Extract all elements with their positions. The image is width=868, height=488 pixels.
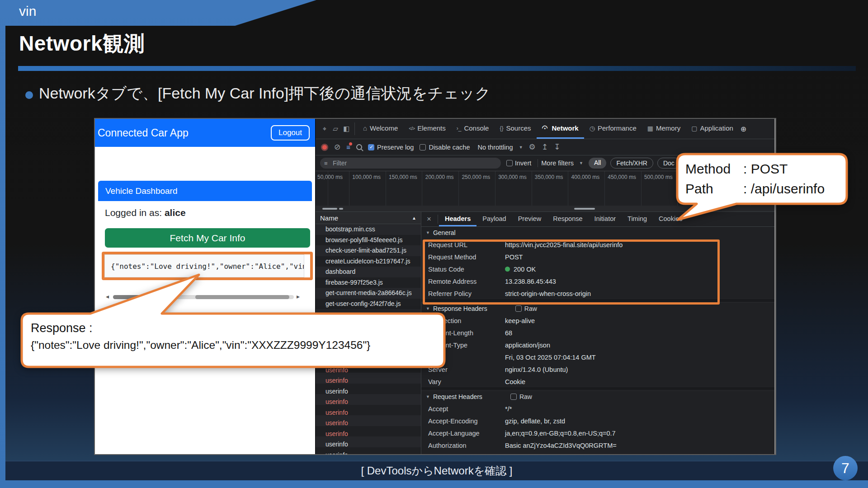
request-row[interactable]: bootstrap.min.css [316, 224, 421, 235]
devtools-tab[interactable]: Network [537, 119, 584, 139]
tab-label: Memory [656, 124, 680, 132]
tab-label: Sources [506, 124, 531, 132]
bullet-icon [25, 91, 33, 99]
request-details-panel: × HeadersPayloadPreviewResponseInitiator… [421, 212, 774, 454]
callout-key: Method [685, 159, 743, 179]
dock-side-icon[interactable]: ◧ [341, 125, 352, 133]
logged-in-user: alice [165, 207, 186, 218]
throttling-select[interactable]: No throttling [478, 144, 513, 151]
close-icon[interactable]: × [421, 215, 437, 224]
tab-icon [409, 125, 415, 131]
request-row[interactable]: userinfo [316, 397, 421, 408]
header-row: Connection keep-alive [421, 314, 774, 327]
tab-label: Performance [598, 124, 637, 132]
header-row: Content-Length 68 [421, 327, 774, 339]
devtools-tab[interactable]: Application [686, 119, 739, 139]
globe-icon[interactable]: ⊕ [741, 125, 746, 133]
filter-toggle-icon[interactable]: ≡ [346, 143, 350, 151]
request-row[interactable]: browser-polyfill-45feeee0.js [316, 235, 421, 246]
request-headers-section-header[interactable]: ▼ Request Headers Raw [421, 391, 774, 403]
header-row: Remote Address 13.238.86.45:443 [421, 275, 774, 287]
tab-icon [500, 125, 503, 131]
details-tab[interactable]: Preview [512, 212, 547, 226]
fetch-my-car-info-button[interactable]: Fetch My Car Info [105, 228, 310, 248]
clear-icon[interactable]: ⊘ [334, 142, 340, 152]
method-callout-text: Method : POST Path : /api/userinfo [685, 159, 825, 199]
header-row: Date Fri, 03 Oct 2025 07:04:14 GMT [421, 351, 774, 363]
divider [438, 215, 438, 224]
search-icon[interactable] [356, 144, 362, 150]
header-row: Request Method POST [421, 251, 774, 263]
request-row[interactable]: check-user-limit-abad7251.js [316, 245, 421, 256]
request-row[interactable]: userinfo [316, 386, 421, 397]
preserve-log-checkbox[interactable] [368, 144, 374, 150]
request-row[interactable]: userinfo [316, 429, 421, 440]
devtools-tab[interactable]: Sources [494, 119, 536, 139]
name-column-header[interactable]: Name ▲ [316, 212, 421, 224]
header-row: Status Code 200 OK [421, 263, 774, 275]
general-section-header[interactable]: ▼ General [421, 227, 774, 239]
header-value: keep-alive [505, 454, 535, 455]
request-row[interactable]: userinfo [316, 408, 421, 418]
inspect-element-icon[interactable]: ⌖ [319, 125, 330, 133]
import-har-icon[interactable]: ↥ [542, 142, 548, 152]
section-divider [421, 300, 774, 303]
request-row[interactable]: createLucideIcon-b2197647.js [316, 256, 421, 267]
header-row: Accept-Encoding gzip, deflate, br, zstd [421, 415, 774, 427]
general-rows: Request URL https://vin.jvcc2025-final.s… [421, 239, 774, 300]
title-accent-bar [18, 66, 856, 71]
request-type-chip[interactable]: All [589, 158, 607, 169]
tab-label: Elements [417, 124, 446, 132]
request-row[interactable]: userinfo [316, 375, 421, 386]
raw-checkbox[interactable] [510, 394, 517, 400]
network-conditions-icon[interactable]: ⚙ [529, 142, 536, 152]
app-navbar: Connected Car App Logout [95, 119, 315, 147]
header-row: Content-Type application/json [421, 339, 774, 351]
request-type-chip[interactable]: Fetch/XHR [610, 158, 653, 169]
details-tab[interactable]: Initiator [589, 212, 622, 226]
chevron-down-icon[interactable]: ▼ [579, 161, 583, 165]
devtools-tab[interactable]: Console [451, 119, 495, 139]
chevron-down-icon[interactable]: ▼ [519, 145, 523, 150]
details-tab[interactable]: Timing [622, 212, 653, 226]
details-tab[interactable]: Response [547, 212, 588, 226]
response-headers-section-header[interactable]: ▼ Response Headers Raw [421, 303, 774, 314]
disable-cache-checkbox[interactable] [420, 144, 426, 150]
devtools-tab[interactable]: Elements [403, 119, 451, 139]
header-row: Connection keep-alive [421, 451, 774, 454]
timeline-tick-label: 100,000 ms [349, 174, 385, 180]
record-icon[interactable] [321, 144, 328, 151]
request-row[interactable]: userinfo [316, 450, 421, 455]
header-value: POST [505, 253, 523, 261]
details-tab[interactable]: Headers [439, 212, 476, 226]
devtools-tab[interactable]: Memory [642, 119, 686, 139]
header-row: Server nginx/1.24.0 (Ubuntu) [421, 363, 774, 375]
details-tab[interactable]: Payload [476, 212, 512, 226]
device-toolbar-icon[interactable]: ▱ [330, 125, 341, 133]
header-name: Authorization [428, 442, 505, 449]
devtools-tab[interactable]: Performance [584, 119, 642, 139]
logout-button[interactable]: Logout [271, 125, 310, 141]
export-har-icon[interactable]: ↧ [554, 142, 560, 152]
tab-icon [363, 124, 367, 132]
tab-label: Application [700, 124, 733, 132]
response-header-rows: Connection keep-alive Content-Length 68 … [421, 314, 774, 388]
filter-input[interactable] [320, 158, 501, 169]
logged-in-prefix: Logged in as: [105, 207, 165, 218]
general-title: General [433, 229, 456, 236]
timeline-tick-label: 150,000 ms [385, 174, 421, 180]
invert-checkbox[interactable] [506, 160, 513, 166]
header-name: Accept-Language [428, 430, 505, 437]
request-row[interactable]: userinfo [316, 418, 421, 429]
devtools-tab[interactable]: Welcome [358, 119, 403, 139]
raw-label: Raw [524, 305, 537, 312]
header-row: Authorization Basic anZjYzo4aCZId3VqQ0RG… [421, 439, 774, 451]
raw-checkbox[interactable] [515, 305, 522, 312]
footer-caption: [ DevToolsからNetworkを確認 ] [5, 461, 868, 480]
more-filters-button[interactable]: More filters [541, 160, 574, 167]
header-row: Accept-Language ja,en;q=0.9,en-GB;q=0.8,… [421, 427, 774, 439]
header-value: Basic anZjYzo4aCZId3VqQ0RGRTM= [505, 442, 617, 449]
request-row[interactable]: userinfo [316, 439, 421, 450]
main-tabs: Welcome Elements Console Sources [358, 119, 739, 139]
tab-label: Network [552, 124, 579, 132]
